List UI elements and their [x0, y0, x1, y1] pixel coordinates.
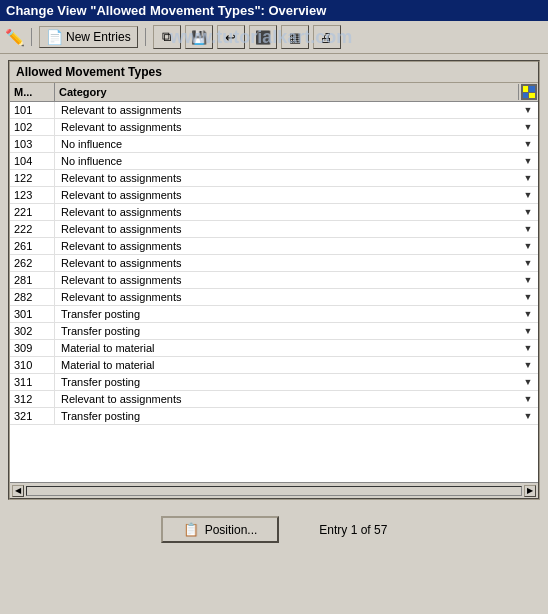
grid-settings-icon[interactable] [521, 84, 537, 100]
print-button[interactable]: 🖨 [313, 25, 341, 49]
new-entries-icon: 📄 [46, 29, 63, 45]
table-body[interactable]: 101 Relevant to assignments ▼ 102 Releva… [10, 102, 538, 482]
cell-m: 301 [10, 306, 55, 322]
cell-dropdown-arrow[interactable]: ▼ [518, 394, 538, 404]
cell-m: 101 [10, 102, 55, 118]
cell-m: 321 [10, 408, 55, 424]
table-row[interactable]: 123 Relevant to assignments ▼ [10, 187, 538, 204]
table-row[interactable]: 311 Transfer posting ▼ [10, 374, 538, 391]
cell-m: 312 [10, 391, 55, 407]
footer: 📋 Position... Entry 1 of 57 [0, 506, 548, 553]
cell-dropdown-arrow[interactable]: ▼ [518, 224, 538, 234]
cell-dropdown-arrow[interactable]: ▼ [518, 190, 538, 200]
table-row[interactable]: 104 No influence ▼ [10, 153, 538, 170]
table-row[interactable]: 301 Transfer posting ▼ [10, 306, 538, 323]
layout-button[interactable]: ▦ [281, 25, 309, 49]
cell-dropdown-arrow[interactable]: ▼ [518, 156, 538, 166]
cell-dropdown-arrow[interactable]: ▼ [518, 411, 538, 421]
sap-icon: ✏️ [6, 28, 24, 46]
cell-dropdown-arrow[interactable]: ▼ [518, 275, 538, 285]
cell-m: 282 [10, 289, 55, 305]
hscroll-area: ◀ ▶ [10, 482, 538, 498]
cell-m: 262 [10, 255, 55, 271]
table-row[interactable]: 103 No influence ▼ [10, 136, 538, 153]
cell-dropdown-arrow[interactable]: ▼ [518, 258, 538, 268]
cell-m: 221 [10, 204, 55, 220]
export-icon: ⬛ [254, 28, 272, 46]
copy-button[interactable]: ⧉ [153, 25, 181, 49]
scroll-left-button[interactable]: ◀ [12, 485, 24, 497]
position-label: Position... [205, 523, 258, 537]
cell-category: No influence [55, 153, 518, 169]
cell-dropdown-arrow[interactable]: ▼ [518, 105, 538, 115]
table-row[interactable]: 102 Relevant to assignments ▼ [10, 119, 538, 136]
entry-info: Entry 1 of 57 [319, 523, 387, 537]
table-row[interactable]: 261 Relevant to assignments ▼ [10, 238, 538, 255]
cell-dropdown-arrow[interactable]: ▼ [518, 309, 538, 319]
allowed-movement-panel: Allowed Movement Types M... Category 101… [8, 60, 540, 500]
cell-m: 103 [10, 136, 55, 152]
table-row[interactable]: 101 Relevant to assignments ▼ [10, 102, 538, 119]
cell-m: 311 [10, 374, 55, 390]
table-row[interactable]: 309 Material to material ▼ [10, 340, 538, 357]
cell-category: Material to material [55, 357, 518, 373]
cell-dropdown-arrow[interactable]: ▼ [518, 343, 538, 353]
cell-m: 281 [10, 272, 55, 288]
cell-dropdown-arrow[interactable]: ▼ [518, 122, 538, 132]
new-entries-label: New Entries [66, 30, 131, 44]
cell-category: Relevant to assignments [55, 204, 518, 220]
cell-m: 261 [10, 238, 55, 254]
export-button[interactable]: ⬛ [249, 25, 277, 49]
table-row[interactable]: 321 Transfer posting ▼ [10, 408, 538, 425]
table-row[interactable]: 282 Relevant to assignments ▼ [10, 289, 538, 306]
separator-1 [31, 28, 32, 46]
cell-dropdown-arrow[interactable]: ▼ [518, 360, 538, 370]
cell-category: Transfer posting [55, 408, 518, 424]
table-row[interactable]: 221 Relevant to assignments ▼ [10, 204, 538, 221]
cell-category: Relevant to assignments [55, 221, 518, 237]
cell-m: 302 [10, 323, 55, 339]
cell-dropdown-arrow[interactable]: ▼ [518, 173, 538, 183]
main-content: Allowed Movement Types M... Category 101… [0, 54, 548, 506]
cell-category: Relevant to assignments [55, 255, 518, 271]
toolbar: ✏️ 📄 New Entries ⧉ 💾 ↩ ⬛ ▦ 🖨 www.tutoria… [0, 21, 548, 54]
cell-dropdown-arrow[interactable]: ▼ [518, 292, 538, 302]
undo-button[interactable]: ↩ [217, 25, 245, 49]
cell-category: Relevant to assignments [55, 238, 518, 254]
title-bar: Change View "Allowed Movement Types": Ov… [0, 0, 548, 21]
table-row[interactable]: 222 Relevant to assignments ▼ [10, 221, 538, 238]
cell-dropdown-arrow[interactable]: ▼ [518, 207, 538, 217]
save-button[interactable]: 💾 [185, 25, 213, 49]
hscroll-track[interactable] [26, 486, 522, 496]
position-button[interactable]: 📋 Position... [161, 516, 280, 543]
table-row[interactable]: 281 Relevant to assignments ▼ [10, 272, 538, 289]
cell-category: Relevant to assignments [55, 187, 518, 203]
cell-m: 309 [10, 340, 55, 356]
cell-m: 102 [10, 119, 55, 135]
cell-category: Transfer posting [55, 374, 518, 390]
table-row[interactable]: 122 Relevant to assignments ▼ [10, 170, 538, 187]
scroll-right-button[interactable]: ▶ [524, 485, 536, 497]
position-icon: 📋 [183, 522, 199, 537]
layout-icon: ▦ [286, 28, 304, 46]
cell-dropdown-arrow[interactable]: ▼ [518, 241, 538, 251]
copy-icon: ⧉ [158, 28, 176, 46]
new-entries-button[interactable]: 📄 New Entries [39, 26, 138, 48]
table-header: M... Category [10, 83, 538, 102]
table-row[interactable]: 310 Material to material ▼ [10, 357, 538, 374]
print-icon: 🖨 [318, 28, 336, 46]
cell-m: 123 [10, 187, 55, 203]
cell-category: Transfer posting [55, 306, 518, 322]
cell-category: Relevant to assignments [55, 170, 518, 186]
cell-dropdown-arrow[interactable]: ▼ [518, 139, 538, 149]
cell-dropdown-arrow[interactable]: ▼ [518, 377, 538, 387]
col-category-header: Category [55, 83, 518, 101]
cell-category: Relevant to assignments [55, 391, 518, 407]
table-row[interactable]: 262 Relevant to assignments ▼ [10, 255, 538, 272]
panel-title: Allowed Movement Types [10, 62, 538, 83]
cell-dropdown-arrow[interactable]: ▼ [518, 326, 538, 336]
cell-category: No influence [55, 136, 518, 152]
table-row[interactable]: 312 Relevant to assignments ▼ [10, 391, 538, 408]
table-row[interactable]: 302 Transfer posting ▼ [10, 323, 538, 340]
title-text: Change View "Allowed Movement Types": Ov… [6, 3, 326, 18]
